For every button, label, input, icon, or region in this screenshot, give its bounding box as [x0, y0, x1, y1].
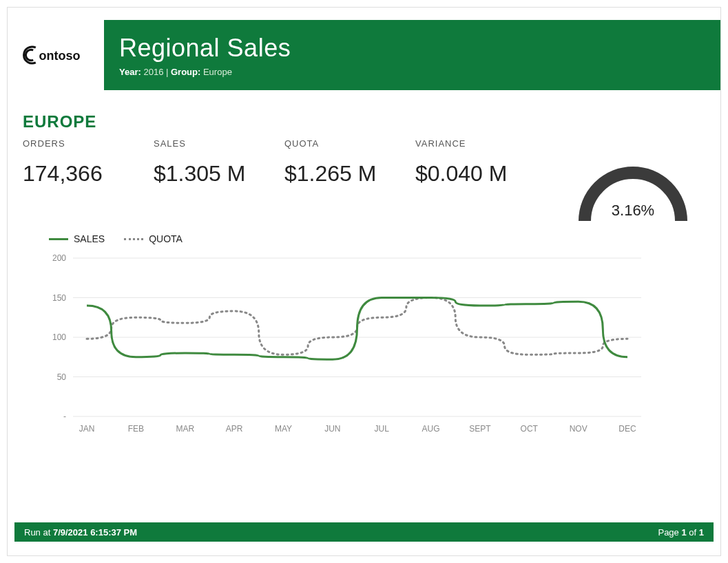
kpi-quota-label: QUOTA — [284, 138, 415, 149]
svg-text:APR: APR — [226, 424, 243, 434]
legend-quota-swatch — [124, 238, 143, 240]
svg-text:150: 150 — [52, 293, 66, 303]
gauge-container: 3.16% — [546, 138, 705, 221]
legend-quota: QUOTA — [124, 233, 183, 244]
svg-text:MAR: MAR — [176, 424, 194, 434]
runat-value: 7/9/2021 6:15:37 PM — [53, 527, 137, 538]
kpi-sales: SALES $1.305 M — [154, 138, 284, 187]
subtitle-separator: | — [166, 67, 171, 77]
chart-legend: SALES QUOTA — [49, 233, 693, 244]
year-label: Year: — [119, 67, 141, 77]
header: ontoso Regional Sales Year: 2016 | Group… — [8, 8, 720, 90]
svg-text:JUL: JUL — [375, 424, 390, 434]
logo: ontoso — [8, 20, 104, 90]
kpi-variance: VARIANCE $0.040 M — [415, 138, 546, 187]
page-current: 1 — [681, 527, 686, 538]
kpi-sales-label: SALES — [154, 138, 284, 149]
report-title: Regional Sales — [119, 34, 705, 63]
legend-sales: SALES — [49, 233, 105, 244]
svg-text:AUG: AUG — [422, 424, 440, 434]
report-page: ontoso Regional Sales Year: 2016 | Group… — [7, 7, 721, 556]
kpi-variance-label: VARIANCE — [415, 138, 546, 149]
svg-text:200: 200 — [52, 253, 66, 263]
legend-quota-label: QUOTA — [149, 233, 183, 244]
gauge-value: 3.16% — [574, 202, 691, 220]
line-chart: SALES QUOTA -50100150200JANFEBMARAPRMAYJ… — [35, 233, 693, 454]
report-subtitle: Year: 2016 | Group: Europe — [119, 67, 705, 77]
kpi-orders-label: ORDERS — [23, 138, 154, 149]
svg-text:MAY: MAY — [275, 424, 292, 434]
page-of: of — [687, 527, 699, 538]
page-label: Page — [658, 527, 681, 538]
legend-sales-swatch — [49, 238, 68, 240]
svg-text:SEPT: SEPT — [469, 424, 491, 434]
svg-text:JUN: JUN — [324, 424, 340, 434]
legend-sales-label: SALES — [74, 233, 105, 244]
variance-gauge: 3.16% — [574, 159, 691, 221]
kpi-variance-value: $0.040 M — [415, 161, 546, 187]
svg-text:50: 50 — [57, 372, 67, 382]
svg-text:100: 100 — [52, 332, 66, 342]
year-value: 2016 — [143, 67, 163, 77]
region-heading: EUROPE — [23, 112, 720, 131]
kpi-orders: ORDERS 174,366 — [23, 138, 154, 187]
chart-plot: -50100150200JANFEBMARAPRMAYJUNJULAUGSEPT… — [35, 251, 655, 437]
svg-text:JAN: JAN — [79, 424, 95, 434]
svg-text:DEC: DEC — [618, 424, 636, 434]
kpi-row: ORDERS 174,366 SALES $1.305 M QUOTA $1.2… — [8, 138, 720, 221]
logo-text: ontoso — [39, 49, 80, 63]
title-banner: Regional Sales Year: 2016 | Group: Europ… — [104, 20, 720, 90]
svg-text:NOV: NOV — [570, 424, 587, 434]
kpi-orders-value: 174,366 — [23, 161, 154, 187]
report-footer: Run at 7/9/2021 6:15:37 PM Page 1 of 1 — [14, 522, 714, 542]
svg-text:-: - — [63, 412, 66, 421]
contoso-logo-icon: ontoso — [20, 39, 103, 72]
kpi-quota-value: $1.265 M — [284, 161, 415, 187]
group-value: Europe — [203, 67, 232, 77]
group-label: Group: — [171, 67, 200, 77]
kpi-sales-value: $1.305 M — [154, 161, 284, 187]
runat-label: Run at — [24, 527, 53, 538]
svg-text:FEB: FEB — [128, 424, 144, 434]
footer-paging: Page 1 of 1 — [658, 527, 704, 538]
page-total: 1 — [699, 527, 704, 538]
kpi-quota: QUOTA $1.265 M — [284, 138, 415, 187]
svg-text:OCT: OCT — [521, 424, 539, 434]
footer-runat: Run at 7/9/2021 6:15:37 PM — [24, 527, 137, 538]
